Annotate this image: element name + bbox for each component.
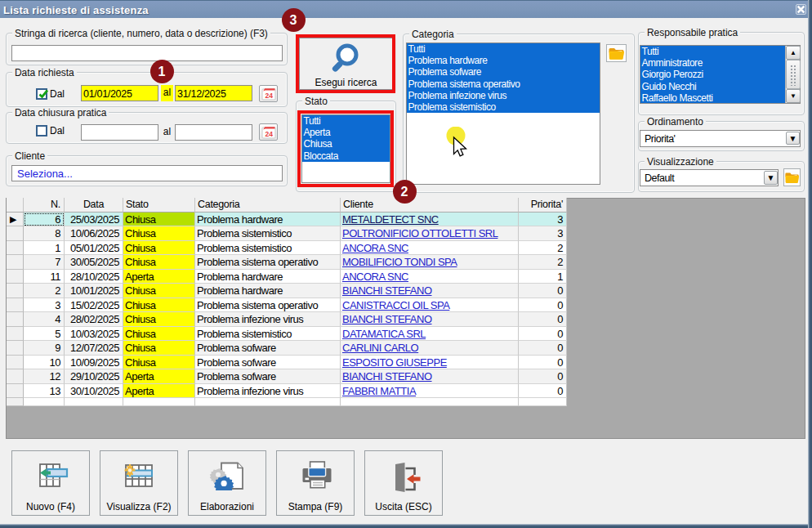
svg-text:24: 24 [265,91,273,99]
svg-text:24: 24 [265,129,273,137]
